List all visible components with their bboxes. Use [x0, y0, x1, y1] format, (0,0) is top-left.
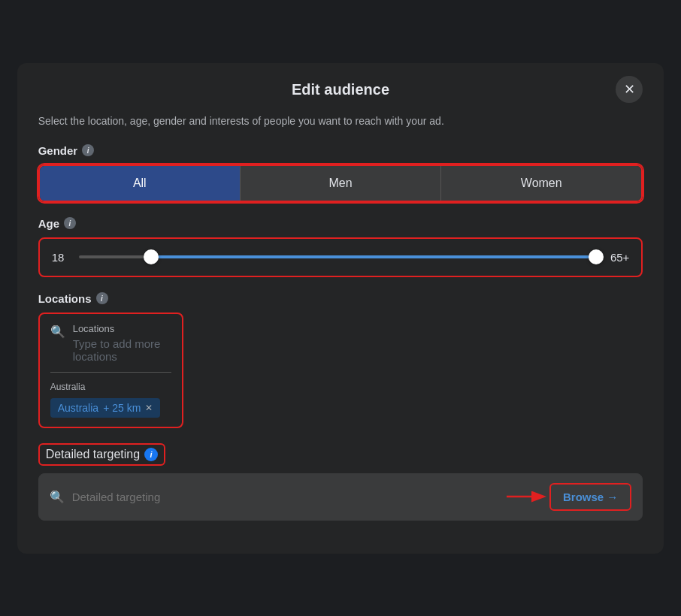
age-info-icon[interactable]: i — [64, 217, 76, 229]
close-icon: ✕ — [624, 81, 635, 98]
close-button[interactable]: ✕ — [616, 76, 643, 103]
gender-men-button[interactable]: Men — [241, 166, 441, 201]
age-slider-fill — [151, 255, 596, 258]
arrow-indicator — [507, 488, 552, 506]
location-tag-close[interactable]: ✕ — [145, 403, 153, 413]
locations-right — [328, 292, 643, 428]
location-tag-radius: + 25 km — [103, 402, 141, 414]
detailed-label-row: Detailed targeting i — [38, 443, 643, 466]
gender-section: Gender i All Men Women — [38, 144, 643, 202]
gender-women-button[interactable]: Women — [441, 166, 641, 201]
targeting-search-icon: 🔍 — [50, 490, 65, 504]
gender-label: Gender — [38, 144, 78, 157]
location-search-icon: 🔍 — [50, 325, 65, 339]
browse-label: Browse → — [563, 491, 618, 503]
detailed-label-outline: Detailed targeting i — [38, 443, 165, 466]
locations-section: Locations i 🔍 Locations Type to add more… — [38, 292, 643, 428]
locations-label-row: Locations i — [38, 292, 328, 305]
detailed-targeting-info-icon[interactable]: i — [144, 448, 158, 461]
gender-all-button[interactable]: All — [40, 166, 241, 201]
edit-audience-modal: Edit audience ✕ Select the location, age… — [17, 63, 664, 554]
age-slider-thumb-right[interactable] — [589, 249, 604, 264]
targeting-search-row: 🔍 Browse → — [38, 473, 643, 521]
age-label-row: Age i — [38, 217, 643, 230]
age-slider-track[interactable] — [79, 255, 597, 258]
location-tag: Australia + 25 km ✕ — [50, 398, 161, 418]
age-max-label: 65+ — [605, 251, 629, 264]
gender-info-icon[interactable]: i — [82, 144, 94, 156]
location-search-text: Locations Type to add more locations — [73, 323, 171, 363]
location-search-placeholder[interactable]: Type to add more locations — [73, 337, 171, 363]
locations-left: Locations i 🔍 Locations Type to add more… — [38, 292, 328, 428]
description-text: Select the location, age, gender and int… — [38, 113, 643, 129]
detailed-targeting-section: Detailed targeting i 🔍 Browse → — [38, 443, 643, 521]
age-slider-thumb-left[interactable] — [144, 249, 159, 264]
location-country-label: Australia — [50, 382, 171, 392]
location-search-area: 🔍 Locations Type to add more locations — [50, 323, 171, 373]
modal-header: Edit audience ✕ — [38, 81, 643, 98]
detailed-targeting-label: Detailed targeting — [46, 448, 140, 461]
age-slider-container: 18 65+ — [38, 237, 643, 277]
location-search-title: Locations — [73, 323, 171, 334]
gender-label-row: Gender i — [38, 144, 643, 157]
locations-info-icon[interactable]: i — [96, 292, 108, 304]
age-min-label: 18 — [52, 251, 70, 264]
browse-button[interactable]: Browse → — [549, 483, 631, 511]
location-tag-name: Australia — [58, 402, 98, 414]
age-section: Age i 18 65+ — [38, 217, 643, 277]
age-label: Age — [38, 217, 59, 230]
modal-title: Edit audience — [292, 81, 389, 98]
targeting-search-input[interactable] — [72, 491, 549, 503]
gender-buttons-group: All Men Women — [38, 165, 643, 202]
locations-wrapper: Locations i 🔍 Locations Type to add more… — [38, 292, 643, 428]
locations-inner-box: 🔍 Locations Type to add more locations A… — [38, 313, 183, 428]
locations-label: Locations — [38, 292, 92, 305]
